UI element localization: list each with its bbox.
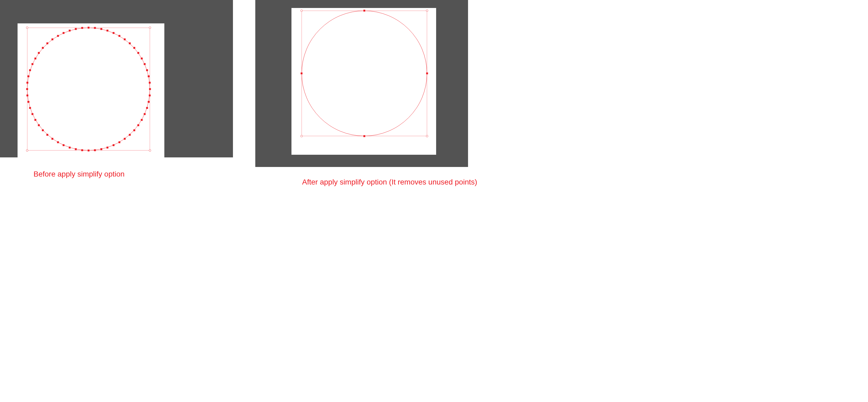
before-anchor-point[interactable] (52, 138, 54, 140)
before-anchor-point[interactable] (113, 144, 114, 146)
before-anchor-point[interactable] (144, 113, 146, 115)
before-anchor-point[interactable] (148, 75, 150, 77)
before-anchor-point[interactable] (29, 107, 31, 109)
before-anchor-point[interactable] (57, 35, 59, 37)
before-anchor-point[interactable] (75, 28, 76, 30)
after-anchor-point[interactable] (364, 135, 365, 137)
before-bbox-handle-br[interactable] (149, 149, 151, 152)
before-anchor-point[interactable] (141, 119, 143, 121)
before-anchor-point[interactable] (26, 88, 28, 90)
before-anchor-point[interactable] (27, 82, 28, 84)
before-anchor-point[interactable] (124, 138, 126, 140)
before-anchor-point[interactable] (28, 75, 30, 77)
before-bbox-handle-bl[interactable] (26, 149, 28, 152)
before-anchor-point[interactable] (113, 32, 114, 34)
before-anchor-point[interactable] (27, 95, 28, 96)
before-anchor-point[interactable] (106, 30, 108, 32)
before-anchor-point[interactable] (100, 148, 102, 150)
caption-before: Before apply simplify option (33, 169, 124, 179)
before-anchor-point[interactable] (75, 148, 76, 150)
before-anchor-point[interactable] (146, 107, 148, 109)
before-anchor-point[interactable] (149, 88, 151, 90)
before-anchor-point[interactable] (29, 69, 31, 71)
before-anchor-point[interactable] (81, 149, 83, 151)
before-anchor-point[interactable] (81, 27, 83, 29)
before-anchor-point[interactable] (31, 113, 33, 115)
before-bbox-handle-tr[interactable] (149, 27, 151, 29)
before-anchor-point[interactable] (34, 119, 36, 121)
before-anchor-point[interactable] (52, 38, 54, 40)
before-anchor-point[interactable] (133, 129, 135, 131)
before-anchor-point[interactable] (57, 142, 59, 143)
after-anchor-point[interactable] (364, 10, 365, 12)
before-anchor-point[interactable] (88, 150, 90, 152)
before-anchor-point[interactable] (46, 134, 49, 135)
before-anchor-point[interactable] (69, 30, 70, 32)
before-anchor-point[interactable] (149, 95, 151, 96)
before-bbox-handle-tl[interactable] (26, 27, 28, 29)
before-anchor-point[interactable] (42, 129, 44, 131)
before-anchor-point[interactable] (129, 134, 131, 135)
before-anchor-point[interactable] (149, 82, 151, 84)
after-anchor-point[interactable] (426, 72, 428, 74)
before-anchor-point[interactable] (38, 52, 40, 54)
circle-path-before[interactable] (27, 28, 150, 151)
after-bbox-handle-bl[interactable] (301, 135, 303, 137)
before-anchor-point[interactable] (34, 57, 36, 59)
before-anchor-point[interactable] (69, 147, 70, 148)
before-anchor-point[interactable] (146, 69, 148, 71)
before-anchor-point[interactable] (137, 124, 139, 126)
before-anchor-point[interactable] (129, 42, 131, 44)
before-anchor-point[interactable] (46, 42, 49, 44)
before-anchor-point[interactable] (88, 27, 90, 29)
before-anchor-point[interactable] (94, 149, 96, 151)
before-anchor-point[interactable] (133, 47, 135, 49)
before-anchor-point[interactable] (124, 38, 126, 40)
before-anchor-point[interactable] (141, 57, 143, 59)
circle-path-after[interactable] (302, 11, 427, 136)
before-anchor-point[interactable] (118, 142, 120, 143)
before-anchor-point[interactable] (106, 147, 108, 148)
before-anchor-point[interactable] (38, 124, 40, 126)
after-bbox-handle-br[interactable] (426, 135, 428, 137)
before-anchor-point[interactable] (148, 101, 150, 103)
before-anchor-point[interactable] (100, 28, 102, 30)
before-anchor-point[interactable] (63, 32, 65, 34)
after-anchor-point[interactable] (301, 72, 303, 74)
before-anchor-point[interactable] (28, 101, 30, 103)
after-bbox-handle-tr[interactable] (426, 9, 428, 12)
before-anchor-point[interactable] (118, 35, 120, 37)
before-anchor-point[interactable] (42, 47, 44, 49)
comparison-viewport: Before apply simplify option After apply… (0, 0, 868, 402)
before-anchor-point[interactable] (137, 52, 139, 54)
after-bbox-handle-tl[interactable] (301, 9, 303, 12)
before-anchor-point[interactable] (31, 63, 33, 65)
before-anchor-point[interactable] (94, 27, 96, 29)
caption-after: After apply simplify option (It removes … (302, 178, 477, 187)
before-anchor-point[interactable] (144, 63, 146, 65)
before-anchor-point[interactable] (63, 144, 65, 146)
